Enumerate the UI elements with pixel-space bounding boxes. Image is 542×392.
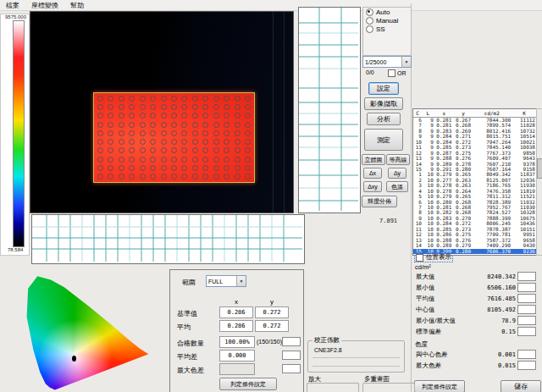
color-temp-button[interactable]: 色溫	[386, 181, 408, 192]
measurement-image-view[interactable]	[30, 11, 294, 213]
measure-point-icon	[150, 147, 156, 153]
measure-point-icon	[97, 130, 103, 136]
plot3d-button[interactable]: 立體圖	[362, 154, 385, 165]
measure-point-icon	[202, 139, 208, 145]
col-y-header: y	[270, 298, 274, 306]
measure-point-icon	[97, 122, 103, 128]
stat-value: 6506.160	[487, 284, 516, 291]
measure-point-icon	[213, 174, 219, 179]
radio-manual[interactable]: Manual	[366, 17, 411, 25]
table-scrollbar-thumb[interactable]	[537, 158, 542, 179]
measure-point-icon	[245, 96, 251, 102]
measure-point-icon	[224, 104, 230, 110]
radio-auto[interactable]: Auto	[366, 8, 411, 16]
table-scrollbar[interactable]	[536, 108, 542, 256]
chevron-down-icon[interactable]: ▼	[236, 276, 246, 286]
measurement-table[interactable]: CLxycd/m2K 690.2810.2677844.30011112790.…	[412, 108, 538, 256]
stat-row-center: 中心值 8105.492	[416, 305, 539, 314]
app-window: 檔案 座標變換 幫助 9575.000 78.584 7.891 Auto Ma…	[0, 0, 542, 392]
radio-ss[interactable]: SS	[366, 25, 411, 33]
measure-point-icon	[192, 130, 198, 136]
measure-point-icon	[129, 139, 135, 145]
menu-coord-transform[interactable]: 座標變換	[25, 1, 64, 10]
measure-point-icon	[140, 139, 146, 145]
measure-point-icon	[108, 147, 113, 153]
measure-point-icon	[171, 147, 177, 153]
position-display-checkbox[interactable]	[416, 254, 423, 262]
setup-button[interactable]: 設定	[368, 82, 399, 95]
measure-point-icon	[192, 96, 198, 102]
luminance-dist-button[interactable]: 輝度分佈	[362, 196, 397, 207]
measure-point-icon	[181, 157, 187, 163]
measure-point-icon	[202, 174, 208, 179]
measure-point-icon	[119, 157, 124, 163]
measure-point-icon	[171, 96, 177, 102]
measure-point-icon	[108, 174, 113, 179]
measure-point-icon	[213, 104, 219, 110]
delta-y-button[interactable]: Δy	[388, 168, 406, 179]
reference-y-field[interactable]: 0.272	[255, 306, 289, 318]
measure-point-icon	[235, 113, 241, 119]
stat-indicator-box	[517, 350, 536, 359]
measure-point-icon	[171, 157, 177, 163]
measure-point-icon	[108, 139, 113, 145]
measure-button[interactable]: 測定	[364, 129, 403, 151]
measure-point-icon	[97, 139, 103, 145]
measure-point-icon	[245, 104, 251, 110]
capture-button[interactable]: 影像擷取	[364, 97, 403, 110]
zoom-groupbox	[307, 383, 359, 392]
menu-help[interactable]: 幫助	[64, 1, 90, 10]
measure-point-icon	[181, 174, 187, 179]
measure-point-icon	[181, 147, 187, 153]
measure-point-icon	[213, 113, 219, 119]
range-select[interactable]: FULL ▼	[206, 275, 246, 287]
judge-condition-button[interactable]: 判定條件設定	[414, 380, 465, 392]
stat-label: 最大色差	[416, 362, 441, 370]
contour-button[interactable]: 等高線	[386, 154, 410, 165]
calibration-title: 校正係數	[312, 336, 341, 345]
table-cell: K	[513, 109, 537, 117]
measure-point-icon	[245, 147, 251, 153]
or-checkbox[interactable]	[388, 69, 395, 77]
measure-point-icon	[97, 157, 103, 163]
measure-point-icon	[245, 122, 251, 128]
position-display-row[interactable]: 位置表示	[415, 253, 452, 262]
analyze-button[interactable]: 分析	[367, 113, 401, 125]
chevron-down-icon[interactable]: ▼	[401, 57, 411, 67]
radio-auto-icon[interactable]	[366, 8, 373, 16]
delta-x-button[interactable]: Δx	[363, 168, 382, 179]
avg-diff-field: 0.000	[219, 350, 255, 362]
measure-point-icon	[119, 165, 124, 171]
measure-point-icon	[245, 113, 251, 119]
measure-point-icon	[213, 139, 219, 145]
menu-file[interactable]: 檔案	[0, 1, 25, 10]
col-x-header: x	[235, 298, 238, 306]
measure-point-icon	[161, 139, 167, 145]
reference-x-field[interactable]: 0.286	[219, 306, 253, 318]
pass-count-detail: (150/150)	[257, 339, 282, 345]
range-panel: 範圍 FULL ▼ x y 基準值 0.286 0.272 平均 0.286 0…	[169, 269, 304, 392]
range-judge-condition-button[interactable]: 判定條件設定	[219, 378, 277, 390]
avg-diff-indicator-box	[282, 351, 301, 360]
table-cell: 9236	[513, 249, 537, 254]
shutter-speed-select[interactable]: 1/25000 ▼	[362, 56, 412, 68]
horizontal-profile-graph	[31, 214, 305, 264]
radio-manual-icon[interactable]	[366, 17, 373, 25]
measure-point-icon	[192, 165, 198, 171]
measure-point-icon	[161, 157, 167, 163]
horizontal-profile-gridlines	[32, 215, 302, 262]
measure-point-icon	[129, 130, 135, 136]
position-display-label: 位置表示	[426, 253, 451, 262]
vertical-profile-gridlines	[299, 8, 358, 211]
radio-ss-icon[interactable]	[366, 25, 373, 33]
measure-point-icon	[224, 139, 230, 145]
measure-point-icon	[224, 96, 230, 102]
or-checkbox-row[interactable]: OR	[388, 69, 406, 77]
save-button[interactable]: 儲存	[501, 380, 541, 392]
measure-point-icon	[129, 122, 135, 128]
colorbar-min-label: 78.584	[8, 247, 23, 252]
delta-xy-button[interactable]: Δxy	[363, 181, 382, 192]
measure-point-icon	[108, 104, 113, 110]
measure-point-icon	[235, 139, 241, 145]
measure-point-icon	[97, 147, 103, 153]
